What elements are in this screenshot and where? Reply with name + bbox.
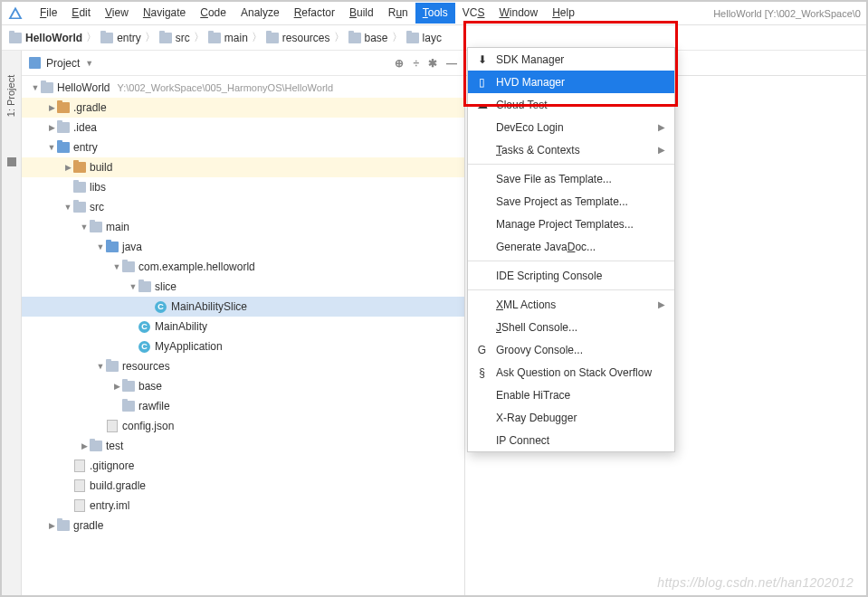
tree-node-test[interactable]: ▶test	[22, 436, 464, 456]
tree-arrow-icon[interactable]: ▼	[112, 262, 121, 271]
folder-icon	[106, 361, 119, 372]
tree-node--idea[interactable]: ▶.idea	[22, 118, 464, 137]
menu-item-ip-connect[interactable]: IP Connect	[468, 429, 674, 451]
tree-node-base[interactable]: ▶base	[22, 376, 464, 396]
tree-node--gradle[interactable]: ▶.gradle	[22, 98, 464, 118]
tree-arrow-icon[interactable]: ▼	[80, 223, 89, 232]
menu-item-groovy-console---[interactable]: GGroovy Console...	[468, 338, 674, 361]
menu-window[interactable]: Window	[491, 3, 545, 24]
tree-node-java[interactable]: ▼java	[22, 237, 464, 257]
tree-node-src[interactable]: ▼src	[22, 197, 464, 217]
breadcrumb-resources[interactable]: resources	[266, 32, 330, 44]
menu-navigate[interactable]: Navigate	[136, 3, 193, 24]
tree-node-helloworld[interactable]: ▼HelloWorldY:\002_WorkSpace\005_HarmonyO…	[22, 78, 464, 98]
tree-arrow-icon[interactable]: ▶	[112, 382, 121, 391]
menu-item-save-file-as-template---[interactable]: Save File as Template...	[468, 167, 674, 190]
tree-label: config.json	[122, 420, 174, 432]
tree-node-entry-iml[interactable]: entry.iml	[22, 496, 464, 516]
menu-item-label: Tasks & Contexts	[496, 144, 580, 156]
menu-file[interactable]: File	[33, 3, 64, 24]
menu-edit[interactable]: Edit	[64, 3, 98, 24]
tree-arrow-icon[interactable]: ▶	[47, 123, 56, 132]
menu-item-label: HVD Manager	[496, 76, 565, 89]
menu-item-label: Groovy Console...	[496, 344, 583, 356]
menu-item-tasks---contexts[interactable]: Tasks & Contexts▶	[468, 138, 674, 161]
breadcrumb-base[interactable]: base	[348, 32, 388, 44]
tree-arrow-icon[interactable]: ▼	[31, 83, 40, 92]
tree-node-myapplication[interactable]: CMyApplication	[22, 336, 464, 356]
menu-item-label: IDE Scripting Console	[496, 270, 602, 282]
menu-view[interactable]: View	[98, 3, 136, 24]
menu-code[interactable]: Code	[193, 3, 234, 24]
menu-item-manage-project-templates---[interactable]: Manage Project Templates...	[468, 213, 674, 235]
tree-node-com-example-helloworld[interactable]: ▼com.example.helloworld	[22, 257, 464, 277]
menu-refactor[interactable]: Refactor	[287, 3, 342, 24]
tree-node-libs[interactable]: libs	[22, 177, 464, 197]
tree-label: java	[122, 241, 142, 253]
panel-header-icon[interactable]: ⊕	[395, 57, 404, 70]
menu-item-enable-hitrace[interactable]: Enable HiTrace	[468, 384, 674, 406]
panel-header-icon[interactable]: —	[446, 57, 457, 70]
file-icon	[107, 420, 118, 432]
tree-label: build.gradle	[90, 479, 146, 492]
class-icon: C	[138, 321, 150, 333]
tree-node-build-gradle[interactable]: build.gradle	[22, 476, 464, 496]
tree-arrow-icon[interactable]: ▼	[129, 282, 138, 291]
menu-analyze[interactable]: Analyze	[234, 3, 287, 24]
panel-header-icon[interactable]: ✱	[428, 57, 437, 70]
tree-arrow-icon[interactable]: ▼	[47, 143, 56, 152]
left-gutter[interactable]: 1: Project	[2, 51, 22, 595]
tree-arrow-icon[interactable]: ▶	[63, 163, 72, 172]
tree-node-entry[interactable]: ▼entry	[22, 137, 464, 157]
breadcrumb-main[interactable]: main	[208, 32, 248, 44]
menu-vcs[interactable]: VCS	[455, 3, 492, 24]
menu-item-xml-actions[interactable]: XML Actions▶	[468, 293, 674, 316]
project-tree[interactable]: ▼HelloWorldY:\002_WorkSpace\005_HarmonyO…	[22, 76, 464, 595]
menu-item-x-ray-debugger[interactable]: X-Ray Debugger	[468, 406, 674, 429]
menu-item-hvd-manager[interactable]: ▯HVD Manager	[468, 71, 674, 93]
breadcrumb-helloworld[interactable]: HelloWorld	[9, 32, 82, 44]
tree-arrow-icon[interactable]: ▶	[80, 441, 89, 450]
tree-arrow-icon[interactable]: ▶	[47, 103, 56, 112]
menu-run[interactable]: Run	[381, 3, 415, 24]
menu-item-generate-javadoc---[interactable]: Generate JavaDoc...	[468, 235, 674, 258]
tree-node-mainability[interactable]: CMainAbility	[22, 317, 464, 336]
folder-icon	[138, 281, 151, 292]
breadcrumb-layc[interactable]: layc	[406, 32, 442, 44]
tree-node-build[interactable]: ▶build	[22, 157, 464, 177]
tree-arrow-icon[interactable]: ▼	[96, 242, 105, 251]
tree-node-resources[interactable]: ▼resources	[22, 356, 464, 376]
tree-node-gradle[interactable]: ▶gradle	[22, 516, 464, 535]
menu-build[interactable]: Build	[342, 3, 381, 24]
menu-item-sdk-manager[interactable]: ⬇SDK Manager	[468, 48, 674, 71]
project-tool-tab[interactable]: 1: Project	[6, 75, 17, 117]
tree-node-slice[interactable]: ▼slice	[22, 277, 464, 297]
tree-node-mainabilityslice[interactable]: CMainAbilitySlice	[22, 297, 464, 317]
menu-item-cloud-test[interactable]: ☁Cloud Test	[468, 93, 674, 116]
breadcrumb-src[interactable]: src	[159, 32, 190, 44]
breadcrumb-entry[interactable]: entry	[100, 32, 141, 44]
menu-item-ide-scripting-console[interactable]: IDE Scripting Console	[468, 264, 674, 287]
tree-arrow-icon[interactable]: ▼	[96, 362, 105, 371]
tree-label: com.example.helloworld	[138, 261, 255, 273]
tree-hint: Y:\002_WorkSpace\005_HarmonyOS\HelloWorl…	[117, 82, 333, 93]
tree-arrow-icon[interactable]: ▼	[63, 203, 72, 212]
watermark: https://blog.csdn.net/han1202012	[657, 575, 854, 590]
project-dropdown[interactable]: Project	[46, 57, 80, 70]
menu-item-label: Cloud Test	[496, 99, 547, 111]
tree-node-config-json[interactable]: config.json	[22, 416, 464, 436]
tree-label: main	[106, 221, 129, 233]
menu-item-ask-question-on-stack-overflow[interactable]: §Ask Question on Stack Overflow	[468, 361, 674, 384]
menu-tools[interactable]: Tools	[415, 3, 455, 24]
tree-node-rawfile[interactable]: rawfile	[22, 396, 464, 416]
panel-header-icon[interactable]: ÷	[413, 57, 419, 70]
tree-node-main[interactable]: ▼main	[22, 217, 464, 237]
menu-item-jshell-console---[interactable]: JShell Console...	[468, 316, 674, 338]
menu-help[interactable]: Help	[545, 3, 582, 24]
menu-item-deveco-login[interactable]: DevEco Login▶	[468, 116, 674, 138]
tree-arrow-icon[interactable]: ▶	[47, 521, 56, 530]
menu-item-label: X-Ray Debugger	[496, 412, 577, 424]
tree-node--gitignore[interactable]: .gitignore	[22, 456, 464, 476]
dropdown-arrow-icon[interactable]: ▼	[85, 59, 93, 68]
menu-item-save-project-as-template---[interactable]: Save Project as Template...	[468, 190, 674, 213]
